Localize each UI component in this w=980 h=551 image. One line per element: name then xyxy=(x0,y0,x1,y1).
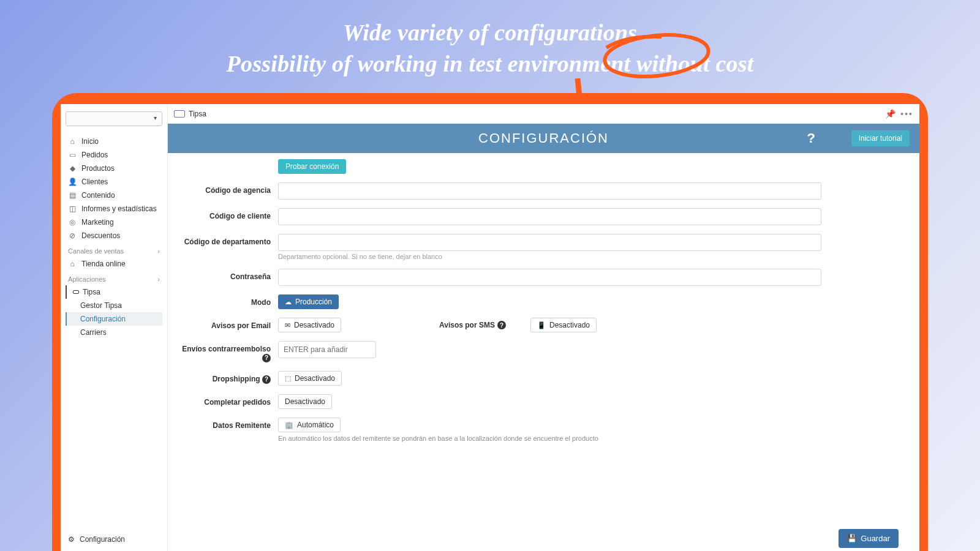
nav-contenido[interactable]: ▤Contenido xyxy=(66,189,162,202)
store-icon: ⌂ xyxy=(68,260,77,268)
chevron-right-icon: › xyxy=(157,247,160,255)
analytics-icon: ◫ xyxy=(68,204,77,213)
help-icon[interactable]: ? xyxy=(262,375,271,384)
start-tutorial-button[interactable]: Iniciar tutorial xyxy=(851,130,910,146)
box-icon: ⬚ xyxy=(285,375,291,383)
target-icon: ◎ xyxy=(68,218,77,227)
content-icon: ▤ xyxy=(68,191,77,200)
section-canales[interactable]: Canales de ventas › xyxy=(66,242,162,257)
gear-icon: ⚙ xyxy=(68,535,75,544)
nav-informes[interactable]: ◫Informes y estadísticas xyxy=(66,202,162,216)
hint-remitente: En automático los datos del remitente se… xyxy=(278,435,821,442)
toggle-avisos-email[interactable]: ✉Desactivado xyxy=(278,318,341,332)
label-modo: Modo xyxy=(174,294,278,307)
nav-label: Descuentos xyxy=(81,231,120,240)
more-icon[interactable]: ••• xyxy=(900,109,913,119)
label-contrasena: Contraseña xyxy=(174,269,278,281)
discount-icon: ⊘ xyxy=(68,231,77,240)
chevron-down-icon: ▾ xyxy=(154,114,157,121)
home-icon: ⌂ xyxy=(68,137,77,146)
toggle-text: Desactivado xyxy=(285,397,325,406)
toggle-dropshipping[interactable]: ⬚Desactivado xyxy=(278,371,342,386)
nav-label: Tipsa xyxy=(83,288,100,296)
nav-carriers[interactable]: Carriers xyxy=(66,326,162,339)
nav-clientes[interactable]: 👤Clientes xyxy=(66,175,162,189)
section-aplicaciones[interactable]: Aplicaciones › xyxy=(66,271,162,285)
store-selector[interactable]: ▾ xyxy=(66,111,162,126)
tag-icon: ◆ xyxy=(68,164,77,173)
nav-label: Inicio xyxy=(81,137,99,146)
nav-pedidos[interactable]: ▭Pedidos xyxy=(66,148,162,162)
input-contrasena[interactable] xyxy=(278,269,821,286)
toggle-text: Desactivado xyxy=(549,321,590,329)
tipsa-logo-icon xyxy=(73,290,79,294)
nav-gestor-tipsa[interactable]: Gestor Tipsa xyxy=(66,299,162,312)
label-completar-pedidos: Completar pedidos xyxy=(174,394,278,407)
nav-label: Productos xyxy=(81,164,115,173)
nav-settings[interactable]: ⚙Configuración xyxy=(66,530,162,551)
orders-icon: ▭ xyxy=(68,151,77,159)
input-codigo-cliente[interactable] xyxy=(278,208,821,225)
label-codigo-cliente: Código de cliente xyxy=(174,208,278,220)
nav-label: Pedidos xyxy=(81,151,108,159)
nav-productos[interactable]: ◆Productos xyxy=(66,162,162,175)
test-connection-button[interactable]: Probar conexión xyxy=(278,159,346,174)
toggle-text: Desactivado xyxy=(295,374,335,383)
input-reembolso[interactable] xyxy=(278,341,376,358)
label-avisos-email: Avisos por Email xyxy=(174,318,278,330)
label-reembolso: Envíos contrarreembolso ? xyxy=(174,341,278,362)
phone-icon: 📱 xyxy=(537,321,546,329)
save-label: Guardar xyxy=(861,534,890,543)
nav-label: Configuración xyxy=(80,535,125,544)
hint-departamento: Departamento opcional. Si no se tiene, d… xyxy=(278,253,821,260)
toggle-text: Automático xyxy=(297,421,334,429)
toggle-remitente[interactable]: 🏢Automático xyxy=(278,418,341,432)
page-banner: CONFIGURACIÓN ? Iniciar tutorial xyxy=(168,124,919,153)
hero-title-2: Possibility of working in test environme… xyxy=(0,48,980,80)
label-codigo-departamento: Código de departamento xyxy=(174,234,278,246)
nav-label: Contenido xyxy=(81,191,115,200)
page-title: CONFIGURACIÓN xyxy=(478,130,609,146)
pin-icon[interactable]: 📌 xyxy=(885,109,895,119)
nav-label: Marketing xyxy=(81,218,114,227)
label-dropshipping: Dropshipping ? xyxy=(174,371,278,384)
help-icon[interactable]: ? xyxy=(497,321,506,329)
nav-label: Informes y estadísticas xyxy=(81,204,157,213)
nav-label: Clientes xyxy=(81,178,108,186)
app-chip[interactable]: Tipsa xyxy=(174,110,206,118)
label-datos-remitente: Datos Remitente xyxy=(174,418,278,430)
nav-descuentos[interactable]: ⊘Descuentos xyxy=(66,229,162,242)
hero-title-1: Wide variety of configurations xyxy=(0,17,980,48)
mail-icon: ✉ xyxy=(285,321,290,329)
nav-label: Tienda online xyxy=(81,260,126,268)
nav-configuracion[interactable]: Configuración xyxy=(66,312,162,326)
cloud-icon: ☁ xyxy=(285,298,292,306)
nav-marketing[interactable]: ◎Marketing xyxy=(66,216,162,229)
help-icon[interactable]: ? xyxy=(262,354,271,362)
nav-tienda-online[interactable]: ⌂Tienda online xyxy=(66,257,162,271)
user-icon: 👤 xyxy=(68,178,77,186)
save-icon: 💾 xyxy=(847,534,857,543)
chevron-right-icon: › xyxy=(157,276,160,283)
input-codigo-agencia[interactable] xyxy=(278,182,821,200)
save-button[interactable]: 💾Guardar xyxy=(839,529,899,548)
help-icon[interactable]: ? xyxy=(807,130,815,146)
modo-value: Producción xyxy=(295,298,332,306)
toggle-avisos-sms[interactable]: 📱Desactivado xyxy=(530,318,597,332)
label-codigo-agencia: Código de agencia xyxy=(174,182,278,195)
modo-toggle[interactable]: ☁Producción xyxy=(278,294,339,309)
label-avisos-sms: Avisos por SMS? xyxy=(439,321,506,329)
section-label: Aplicaciones xyxy=(68,276,106,283)
building-icon: 🏢 xyxy=(285,421,293,429)
nav-inicio[interactable]: ⌂Inicio xyxy=(66,135,162,148)
toggle-completar[interactable]: Desactivado xyxy=(278,394,332,409)
tipsa-logo-icon xyxy=(174,110,185,118)
toggle-text: Desactivado xyxy=(294,321,334,329)
app-name: Tipsa xyxy=(189,110,206,118)
input-codigo-departamento[interactable] xyxy=(278,234,821,251)
section-label: Canales de ventas xyxy=(68,247,124,255)
nav-app-tipsa[interactable]: Tipsa xyxy=(66,285,162,299)
